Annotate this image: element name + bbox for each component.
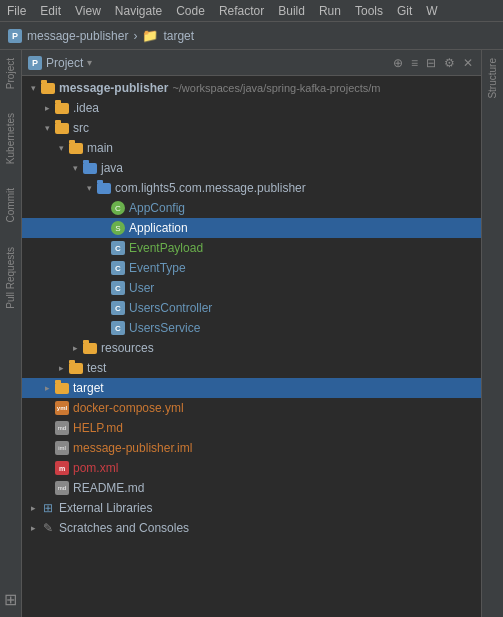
idea-label: .idea — [73, 101, 99, 115]
tree-item-idea[interactable]: .idea — [22, 98, 481, 118]
menu-navigate[interactable]: Navigate — [108, 2, 169, 20]
breadcrumb: P message-publisher › 📁 target — [8, 28, 194, 43]
tree-item-eventpayload[interactable]: C EventPayload — [22, 238, 481, 258]
menu-tools[interactable]: Tools — [348, 2, 390, 20]
readme-icon: md — [54, 480, 70, 496]
scratches-label: Scratches and Consoles — [59, 521, 189, 535]
project-name: message-publisher — [27, 29, 128, 43]
tree-arrow-root — [26, 81, 40, 95]
sidebar-project-label: Project — [5, 58, 16, 89]
right-sidebar: Structure — [481, 50, 503, 617]
tree-item-pom[interactable]: m pom.xml — [22, 458, 481, 478]
sidebar-kubernetes-label: Kubernetes — [5, 113, 16, 164]
java-label: java — [101, 161, 123, 175]
resources-folder-icon — [82, 340, 98, 356]
appconfig-icon: C — [110, 200, 126, 216]
tree-item-package[interactable]: com.lights5.com.message.publisher — [22, 178, 481, 198]
tree-item-java[interactable]: java — [22, 158, 481, 178]
target-label: target — [73, 381, 104, 395]
tree-item-userscontroller[interactable]: C UsersController — [22, 298, 481, 318]
userscontroller-icon: C — [110, 300, 126, 316]
package-label: com.lights5.com.message.publisher — [115, 181, 306, 195]
src-label: src — [73, 121, 89, 135]
tree-item-iml[interactable]: iml message-publisher.iml — [22, 438, 481, 458]
panel-header: P Project ▾ ⊕ ≡ ⊟ ⚙ ✕ — [22, 50, 481, 76]
idea-folder-icon — [54, 100, 70, 116]
tree-item-test[interactable]: test — [22, 358, 481, 378]
panel-action-close[interactable]: ✕ — [461, 54, 475, 72]
menu-build[interactable]: Build — [271, 2, 312, 20]
tree-arrow-scratches — [26, 521, 40, 535]
panel-chevron[interactable]: ▾ — [87, 57, 92, 68]
root-path: ~/workspaces/java/spring-kafka-projects/… — [172, 82, 380, 94]
help-icon: md — [54, 420, 70, 436]
java-folder-icon — [82, 160, 98, 176]
sidebar-structure[interactable]: Structure — [487, 50, 498, 107]
ext-lib-icon: ⊞ — [40, 500, 56, 516]
tree-arrow-target — [40, 381, 54, 395]
user-label: User — [129, 281, 154, 295]
root-folder-icon — [40, 80, 56, 96]
menu-bar: File Edit View Navigate Code Refactor Bu… — [0, 0, 503, 22]
test-folder-icon — [68, 360, 84, 376]
main-folder-icon — [68, 140, 84, 156]
docker-label: docker-compose.yml — [73, 401, 184, 415]
user-icon: C — [110, 280, 126, 296]
sidebar-item-commit[interactable]: Commit — [0, 180, 22, 230]
panel-title: Project — [46, 56, 83, 70]
tree-item-target[interactable]: target — [22, 378, 481, 398]
panel-action-gear[interactable]: ⚙ — [442, 54, 457, 72]
tree-arrow-test — [54, 361, 68, 375]
menu-file[interactable]: File — [0, 2, 33, 20]
tree-item-readme[interactable]: md README.md — [22, 478, 481, 498]
sidebar-item-kubernetes[interactable]: Kubernetes — [0, 105, 22, 172]
application-icon: S — [110, 220, 126, 236]
resources-label: resources — [101, 341, 154, 355]
tree-item-main[interactable]: main — [22, 138, 481, 158]
tree-item-root[interactable]: message-publisher ~/workspaces/java/spri… — [22, 78, 481, 98]
iml-icon: iml — [54, 440, 70, 456]
tree-item-scratches[interactable]: ✎ Scratches and Consoles — [22, 518, 481, 538]
tree-arrow-idea — [40, 101, 54, 115]
tree-item-application[interactable]: S Application — [22, 218, 481, 238]
tree-item-resources[interactable]: resources — [22, 338, 481, 358]
sidebar-item-project[interactable]: Project — [0, 50, 22, 97]
menu-run[interactable]: Run — [312, 2, 348, 20]
tree-item-docker-compose[interactable]: yml docker-compose.yml — [22, 398, 481, 418]
tree-item-ext-lib[interactable]: ⊞ External Libraries — [22, 498, 481, 518]
sidebar-item-bottom[interactable]: ⊞ — [0, 582, 22, 617]
sidebar-item-pull-requests[interactable]: Pull Requests — [0, 239, 22, 317]
tab-folder-icon: 📁 — [142, 28, 158, 43]
usersservice-icon: C — [110, 320, 126, 336]
project-icon: P — [8, 29, 22, 43]
panel-action-collapse[interactable]: ≡ — [409, 54, 420, 72]
main-label: main — [87, 141, 113, 155]
sidebar-commit-label: Commit — [5, 188, 16, 222]
tree-arrow-resources — [68, 341, 82, 355]
tab-folder: target — [163, 29, 194, 43]
package-folder-icon — [96, 180, 112, 196]
menu-refactor[interactable]: Refactor — [212, 2, 271, 20]
project-panel: P Project ▾ ⊕ ≡ ⊟ ⚙ ✕ message-publisher … — [22, 50, 481, 617]
ext-lib-label: External Libraries — [59, 501, 152, 515]
menu-w[interactable]: W — [419, 2, 444, 20]
menu-code[interactable]: Code — [169, 2, 212, 20]
file-tree: message-publisher ~/workspaces/java/spri… — [22, 76, 481, 617]
tree-item-user[interactable]: C User — [22, 278, 481, 298]
tree-item-appconfig[interactable]: C AppConfig — [22, 198, 481, 218]
tree-item-src[interactable]: src — [22, 118, 481, 138]
tree-item-eventtype[interactable]: C EventType — [22, 258, 481, 278]
pom-icon: m — [54, 460, 70, 476]
panel-action-options[interactable]: ⊟ — [424, 54, 438, 72]
panel-action-scope[interactable]: ⊕ — [391, 54, 405, 72]
tree-arrow-package — [82, 181, 96, 195]
readme-label: README.md — [73, 481, 144, 495]
root-label: message-publisher — [59, 81, 168, 95]
tree-item-usersservice[interactable]: C UsersService — [22, 318, 481, 338]
tree-arrow-ext-lib — [26, 501, 40, 515]
tree-item-help[interactable]: md HELP.md — [22, 418, 481, 438]
menu-git[interactable]: Git — [390, 2, 419, 20]
menu-view[interactable]: View — [68, 2, 108, 20]
menu-edit[interactable]: Edit — [33, 2, 68, 20]
tree-arrow-src — [40, 121, 54, 135]
